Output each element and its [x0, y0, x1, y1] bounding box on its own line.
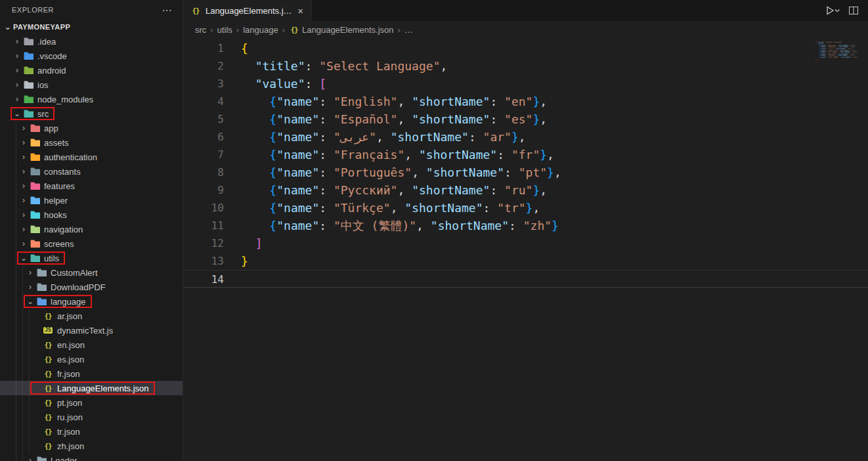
tree-item-constants[interactable]: ›constants — [0, 164, 183, 179]
tree-item-pt-json[interactable]: {}pt.json — [0, 395, 183, 410]
chevron-right-icon[interactable]: › — [18, 153, 29, 161]
chevron-down-icon[interactable]: ⌄ — [18, 254, 29, 262]
close-icon[interactable]: × — [296, 6, 305, 16]
chevron-right-icon[interactable]: › — [18, 139, 29, 146]
run-debug-dropdown-icon[interactable] — [825, 5, 840, 16]
line-number[interactable]: 14 — [183, 271, 224, 287]
chevron-right-icon[interactable]: › — [25, 456, 35, 461]
line-number[interactable]: 1 — [183, 39, 224, 57]
chevron-right-icon[interactable]: › — [12, 95, 22, 103]
code-line-3[interactable]: 3 "value": [ — [183, 75, 868, 93]
tree-item-idea[interactable]: ›.idea — [0, 34, 183, 49]
line-number[interactable]: 2 — [183, 57, 224, 75]
code-line-6[interactable]: 6 {"name": "عربى", "shortName": "ar"}, — [183, 128, 868, 146]
code-line-10[interactable]: 10 {"name": "Türkçe", "shortName": "tr"}… — [183, 199, 868, 217]
minimap[interactable]: { "title": "Select Language", "value": [… — [815, 40, 860, 62]
line-number[interactable]: 11 — [183, 217, 224, 234]
line-number[interactable]: 5 — [183, 110, 224, 128]
code-line-13[interactable]: 13} — [183, 252, 868, 270]
code-line-8[interactable]: 8 {"name": "Português", "shortName": "pt… — [183, 164, 868, 181]
tree-item-hooks[interactable]: ›hooks — [0, 208, 183, 222]
tree-item-ru-json[interactable]: {}ru.json — [0, 410, 183, 424]
project-section-header[interactable]: ⌄ PAYMONEYAPP — [0, 20, 183, 34]
tree-item-content: ›CustomAlert — [25, 266, 98, 279]
line-number[interactable]: 3 — [183, 75, 224, 93]
code-line-7[interactable]: 7 {"name": "Français", "shortName": "fr"… — [183, 146, 868, 164]
chevron-right-icon[interactable]: › — [18, 240, 29, 248]
tree-item-assets[interactable]: ›assets — [0, 135, 183, 150]
tree-item-android[interactable]: ›android — [0, 63, 183, 77]
code-line-11[interactable]: 11 {"name": "中文 (繁體)", "shortName": "zh"… — [183, 217, 868, 234]
tree-item-dynamictext-js[interactable]: JSdynamicText.js — [0, 323, 183, 338]
chevron-right-icon[interactable]: › — [12, 52, 22, 60]
line-number[interactable]: 13 — [183, 252, 224, 270]
breadcrumb-item-languageelements-json[interactable]: {}LanguageElements.json — [289, 25, 394, 35]
chevron-right-icon[interactable]: › — [18, 211, 29, 219]
code-token: , — [440, 59, 447, 73]
chevron-right-icon[interactable]: › — [18, 124, 29, 132]
tree-item-vscode[interactable]: ›.vscode — [0, 49, 183, 63]
chevron-right-icon[interactable]: › — [18, 196, 29, 204]
tree-item-src[interactable]: ⌄src — [0, 106, 183, 121]
tree-item-screens[interactable]: ›screens — [0, 236, 183, 251]
code-line-14[interactable]: 14 — [183, 270, 868, 288]
breadcrumb-item-language[interactable]: language — [243, 25, 278, 35]
line-number[interactable]: 8 — [183, 164, 224, 181]
tab-languageelements-json[interactable]: {}LanguageElements.json× — [183, 0, 312, 21]
tree-item-customalert[interactable]: ›CustomAlert — [0, 265, 183, 280]
code-line-4[interactable]: 4 {"name": "English", "shortName": "en"}… — [183, 93, 868, 110]
tree-item-node-modules[interactable]: ›node_modules — [0, 92, 183, 106]
code-token: , — [397, 183, 412, 197]
chevron-right-icon[interactable]: › — [12, 66, 22, 74]
tree-item-authentication[interactable]: ›authentication — [0, 150, 183, 164]
folder-icon — [29, 139, 41, 146]
code-line-text: {"name": "Français", "shortName": "fr"}, — [241, 146, 554, 164]
tree-item-utils[interactable]: ⌄utils — [0, 251, 183, 265]
tree-item-navigation[interactable]: ›navigation — [0, 222, 183, 236]
tree-item-zh-json[interactable]: {}zh.json — [0, 439, 183, 453]
line-number[interactable]: 12 — [183, 234, 224, 252]
more-actions-icon[interactable]: ⋯ — [162, 5, 173, 15]
code-line-9[interactable]: 9 {"name": "Русский", "shortName": "ru"}… — [183, 181, 868, 199]
chevron-right-icon[interactable]: › — [12, 37, 22, 45]
breadcrumb-item-src[interactable]: src — [195, 25, 206, 35]
code-editor[interactable]: 1{2 "title": "Select Language",3 "value"… — [183, 38, 868, 461]
tree-item-ios[interactable]: ›ios — [0, 77, 183, 92]
code-token: , — [376, 130, 391, 144]
chevron-down-icon[interactable]: ⌄ — [25, 297, 35, 305]
line-number[interactable]: 10 — [183, 199, 224, 217]
code-line-2[interactable]: 2 "title": "Select Language", — [183, 57, 868, 75]
chevron-right-icon[interactable]: › — [12, 81, 22, 89]
chevron-right-icon[interactable]: › — [25, 269, 35, 276]
code-line-5[interactable]: 5 {"name": "Español", "shortName": "es"}… — [183, 110, 868, 128]
tree-item-downloadpdf[interactable]: ›DownloadPDF — [0, 280, 183, 294]
tree-item-tr-json[interactable]: {}tr.json — [0, 424, 183, 439]
tree-item-loader[interactable]: ›Loader — [0, 453, 183, 461]
tree-item-en-json[interactable]: {}en.json — [0, 338, 183, 352]
line-number[interactable]: 7 — [183, 146, 224, 164]
code-line-1[interactable]: 1{ — [183, 39, 868, 57]
chevron-down-icon[interactable]: ⌄ — [12, 110, 22, 118]
chevron-right-icon[interactable]: › — [18, 225, 29, 233]
line-number[interactable]: 6 — [183, 128, 224, 146]
tree-item-features[interactable]: ›features — [0, 179, 183, 193]
code-line-12[interactable]: 12 ] — [183, 234, 868, 252]
chevron-right-icon[interactable]: › — [18, 167, 29, 175]
line-number[interactable]: 4 — [183, 93, 224, 110]
tree-item-app[interactable]: ›app — [0, 121, 183, 135]
code-token — [241, 112, 269, 126]
tree-item-languageelements-json[interactable]: {}LanguageElements.json — [0, 381, 183, 395]
line-number[interactable]: 9 — [183, 181, 224, 199]
code-token: , — [397, 95, 412, 108]
chevron-right-icon[interactable]: › — [25, 283, 35, 291]
split-editor-icon[interactable] — [848, 5, 859, 16]
tree-item-es-json[interactable]: {}es.json — [0, 352, 183, 366]
tree-item-fr-json[interactable]: {}fr.json — [0, 366, 183, 381]
tree-item-language[interactable]: ⌄language — [0, 294, 183, 309]
folder-icon — [29, 240, 41, 248]
breadcrumb-item-item[interactable]: … — [404, 25, 413, 35]
breadcrumb-item-utils[interactable]: utils — [217, 25, 232, 35]
tree-item-helper[interactable]: ›helper — [0, 193, 183, 208]
chevron-right-icon[interactable]: › — [18, 182, 29, 190]
tree-item-ar-json[interactable]: {}ar.json — [0, 309, 183, 323]
